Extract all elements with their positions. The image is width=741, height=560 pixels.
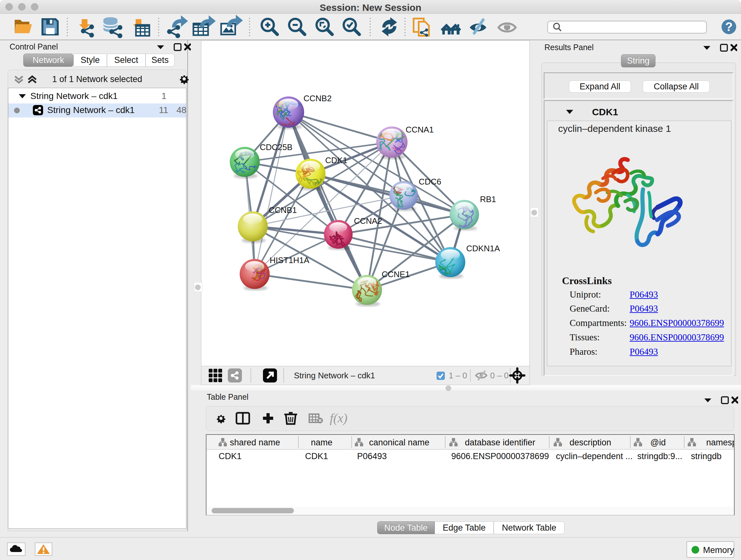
svg-text:description: description: [569, 438, 611, 447]
svg-text:?: ?: [725, 20, 732, 34]
svg-text:CCNB1: CCNB1: [269, 205, 297, 215]
svg-text:HIST1H1A: HIST1H1A: [270, 255, 310, 265]
svg-text:CDC6: CDC6: [419, 177, 441, 186]
svg-text:shared name: shared name: [230, 438, 280, 447]
svg-text:@id: @id: [650, 438, 666, 447]
svg-text:database identifier: database identifier: [465, 438, 536, 447]
svg-text:name: name: [311, 438, 333, 447]
svg-text:String Network – cdk1: String Network – cdk1: [294, 371, 375, 380]
svg-text:CCNB2: CCNB2: [304, 94, 332, 103]
svg-text:namespace: namespace: [706, 438, 734, 447]
svg-text:f(x): f(x): [330, 411, 347, 425]
svg-text:RB1: RB1: [480, 194, 496, 204]
svg-text:CCNA2: CCNA2: [354, 216, 382, 226]
svg-text:1 – 0: 1 – 0: [449, 371, 467, 380]
svg-text:CDC25B: CDC25B: [260, 142, 293, 152]
svg-text:CCNA1: CCNA1: [406, 125, 434, 134]
svg-text:CDKN1A: CDKN1A: [466, 244, 500, 253]
svg-text:CCNE1: CCNE1: [382, 269, 410, 279]
svg-text:canonical name: canonical name: [369, 438, 429, 447]
svg-text:0 – 0: 0 – 0: [490, 371, 509, 380]
svg-text:CDK1: CDK1: [325, 155, 347, 165]
